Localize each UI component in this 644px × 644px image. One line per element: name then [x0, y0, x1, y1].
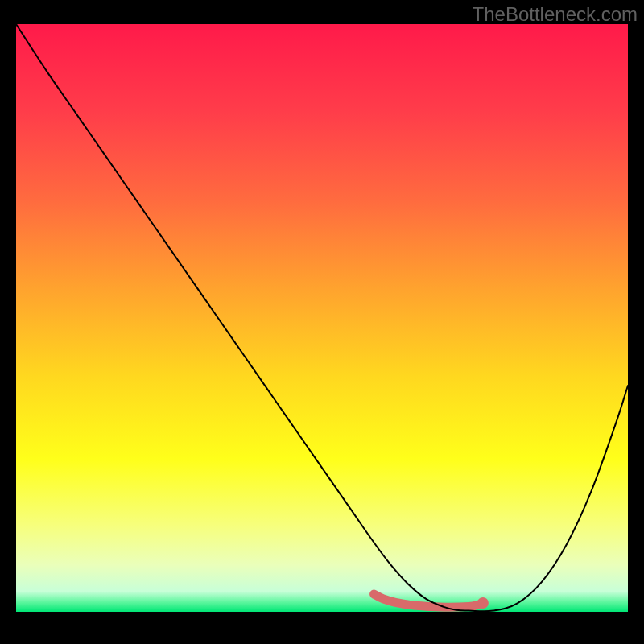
frame-right: [628, 0, 644, 644]
bottleneck-chart: TheBottleneck.com: [0, 0, 644, 644]
chart-svg: [0, 0, 644, 644]
plot-background: [16, 24, 628, 612]
watermark-text: TheBottleneck.com: [473, 3, 638, 26]
frame-left: [0, 0, 16, 644]
frame-bottom: [0, 612, 644, 644]
optimal-end-marker: [477, 597, 489, 609]
